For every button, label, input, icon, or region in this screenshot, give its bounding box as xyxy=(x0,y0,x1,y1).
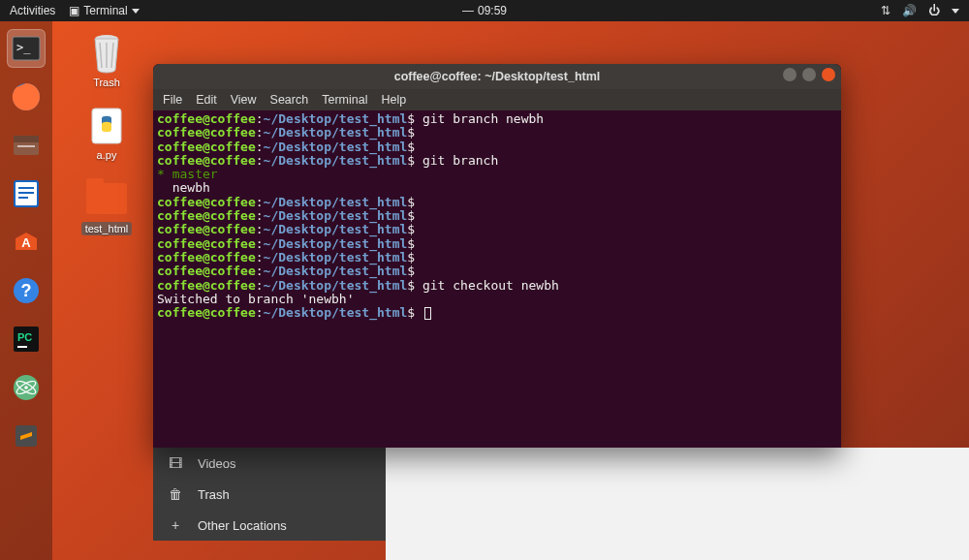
folder-icon xyxy=(86,178,127,219)
terminal-body[interactable]: coffee@coffee:~/Desktop/test_html$ git b… xyxy=(153,110,841,448)
app-menu[interactable]: ▣ Terminal xyxy=(69,4,139,17)
svg-rect-5 xyxy=(17,145,35,147)
svg-text:A: A xyxy=(21,235,31,250)
terminal-window: coffee@coffee: ~/Desktop/test_html File … xyxy=(153,64,841,448)
svg-rect-16 xyxy=(17,346,27,348)
menu-file[interactable]: File xyxy=(163,93,182,107)
dock-files[interactable] xyxy=(7,126,46,165)
dock-help[interactable]: ? xyxy=(7,271,46,310)
files-sidebar: 🎞Videos 🗑Trash +Other Locations xyxy=(153,448,386,541)
svg-text:PC: PC xyxy=(17,331,32,343)
minimize-button[interactable] xyxy=(783,68,797,81)
trash-icon xyxy=(86,33,127,74)
menu-search[interactable]: Search xyxy=(270,93,309,107)
files-content-area[interactable] xyxy=(386,448,969,560)
menu-view[interactable]: View xyxy=(231,93,257,107)
network-icon[interactable]: ⇅ xyxy=(881,4,891,17)
desktop-folder-label: test_html xyxy=(81,222,133,235)
dock-writer[interactable] xyxy=(7,174,46,213)
sidebar-videos[interactable]: 🎞Videos xyxy=(153,448,386,479)
svg-text:>_: >_ xyxy=(16,41,31,54)
sidebar-label: Videos xyxy=(198,456,236,471)
menu-edit[interactable]: Edit xyxy=(196,93,217,107)
terminal-menubar: File Edit View Search Terminal Help xyxy=(153,89,841,110)
power-icon[interactable]: ⏻ xyxy=(928,4,940,17)
dock-pycharm[interactable]: PC xyxy=(7,320,46,358)
chevron-down-icon xyxy=(952,9,959,14)
dock-software[interactable]: A xyxy=(7,223,46,262)
clock[interactable]: — 09:59 xyxy=(462,4,507,17)
dock-atom[interactable] xyxy=(7,368,46,407)
dock-sublime[interactable] xyxy=(7,417,46,455)
terminal-icon: ▣ xyxy=(69,4,79,17)
plus-icon: + xyxy=(167,517,184,533)
svg-point-20 xyxy=(24,386,28,389)
close-button[interactable] xyxy=(822,68,835,81)
svg-rect-10 xyxy=(18,197,28,199)
sidebar-trash[interactable]: 🗑Trash xyxy=(153,479,386,510)
svg-rect-8 xyxy=(18,187,34,189)
desktop-trash[interactable]: Trash xyxy=(76,33,138,88)
clock-prefix: — xyxy=(462,4,474,17)
sidebar-label: Other Locations xyxy=(198,518,287,533)
dock-firefox[interactable] xyxy=(7,78,46,116)
sidebar-label: Trash xyxy=(198,487,230,502)
dock: >_ A ? PC xyxy=(0,21,52,560)
desktop-trash-label: Trash xyxy=(93,77,120,88)
maximize-button[interactable] xyxy=(802,68,816,81)
desktop-apy[interactable]: a.py xyxy=(76,106,138,161)
menu-terminal[interactable]: Terminal xyxy=(322,93,367,107)
svg-text:?: ? xyxy=(21,281,32,300)
terminal-titlebar[interactable]: coffee@coffee: ~/Desktop/test_html xyxy=(153,64,841,89)
app-menu-label: Terminal xyxy=(83,4,127,17)
top-bar: Activities ▣ Terminal — 09:59 ⇅ 🔊 ⏻ xyxy=(0,0,969,21)
chevron-down-icon xyxy=(132,9,140,14)
svg-rect-9 xyxy=(18,192,34,194)
desktop-apy-label: a.py xyxy=(97,149,117,161)
desktop-icons: Trash a.py test_html xyxy=(76,33,138,235)
volume-icon[interactable]: 🔊 xyxy=(902,4,917,17)
terminal-title-text: coffee@coffee: ~/Desktop/test_html xyxy=(394,70,601,83)
activities-button[interactable]: Activities xyxy=(10,4,55,17)
trash-icon: 🗑 xyxy=(167,486,184,502)
video-icon: 🎞 xyxy=(167,455,184,471)
svg-rect-4 xyxy=(14,136,39,142)
menu-help[interactable]: Help xyxy=(381,93,406,107)
python-file-icon xyxy=(86,106,127,146)
clock-time: 09:59 xyxy=(478,4,507,17)
desktop-folder-testhtml[interactable]: test_html xyxy=(76,178,138,235)
sidebar-other-locations[interactable]: +Other Locations xyxy=(153,510,386,541)
dock-terminal[interactable]: >_ xyxy=(7,29,46,68)
